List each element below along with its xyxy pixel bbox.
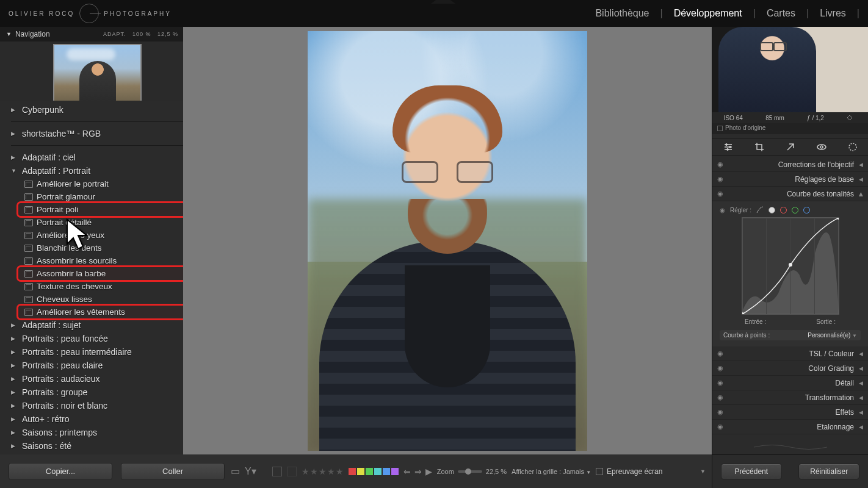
blue-channel-dot[interactable]: [803, 207, 810, 214]
zoom-level-picker[interactable]: ADAPT. 100 % 12,5 %: [103, 31, 178, 37]
svg-point-4: [820, 146, 823, 148]
point-curve-selector[interactable]: Courbe à points : Personnalisé(e) ▼: [720, 330, 861, 340]
masking-icon[interactable]: [848, 142, 858, 152]
develop-right-panel: ISO 64 85 mm ƒ / 1,2 Photo d'origine ◉Co…: [712, 27, 868, 488]
svg-point-0: [725, 144, 727, 146]
paste-settings-button[interactable]: Coller: [121, 463, 225, 480]
toolbar-chevron-icon[interactable]: ▼: [700, 468, 706, 475]
navigator-thumbnail[interactable]: [53, 44, 142, 105]
cursor-pointer: [66, 218, 93, 255]
zoom-value: 22,5 %: [486, 468, 507, 475]
regler-label: Régler :: [730, 207, 751, 214]
red-channel-dot[interactable]: [780, 207, 787, 214]
module-map[interactable]: Cartes: [767, 8, 795, 19]
flag-reject-icon[interactable]: [287, 467, 297, 476]
tone-curve-editor[interactable]: [742, 217, 839, 315]
tone-curve-body: ◉ Régler :: [712, 201, 868, 346]
zoom-label: Zoom: [437, 468, 454, 475]
color-swatch[interactable]: [383, 468, 390, 475]
exif-aperture: ƒ / 1,2: [807, 115, 824, 121]
softproof-toggle[interactable]: Epreuvage écran: [596, 467, 662, 476]
module-picker: Bibliothèque | Développement | Cartes | …: [595, 8, 859, 19]
zoom-slider-group[interactable]: Zoom 22,5 %: [437, 468, 507, 475]
navigator-panel-header[interactable]: ▼ Navigation ADAPT. 100 % 12,5 %: [0, 27, 183, 41]
play-icon[interactable]: ▶: [425, 467, 432, 476]
rgb-channel-dot[interactable]: [769, 207, 775, 214]
right-bottom-bar: Précédent Réinitialiser: [712, 454, 868, 488]
healing-icon[interactable]: [786, 142, 795, 152]
svg-point-5: [849, 143, 856, 151]
canvas-area[interactable]: [183, 27, 712, 454]
detail-section[interactable]: ◉Détail◀: [712, 376, 868, 390]
bottom-toolbar: Copier... Coller ▭ Y▾ ★★★★★ ⇐ ⇒ ▶ Zoom 2…: [0, 454, 712, 488]
clipping-indicator-icon[interactable]: [847, 115, 856, 121]
color-swatch[interactable]: [374, 468, 382, 475]
module-develop[interactable]: Développement: [674, 8, 742, 19]
crop-icon[interactable]: [754, 142, 764, 152]
transform-section[interactable]: ◉Transformation◀: [712, 390, 868, 405]
calibration-section[interactable]: ◉Etalonnage◀: [712, 420, 868, 434]
logo-text-right: PHOTOGRAPHY: [104, 10, 172, 17]
main-photo: [308, 31, 587, 451]
color-label-swatches[interactable]: [349, 468, 399, 475]
original-photo-row[interactable]: Photo d'origine: [712, 123, 868, 134]
curve-input-label: Entrée :: [745, 318, 766, 325]
svg-point-14: [789, 263, 792, 267]
tone-curve-section[interactable]: ◉Courbe des tonalités◀: [712, 187, 868, 201]
svg-point-15: [837, 218, 839, 220]
prev-photo-icon[interactable]: ⇐: [403, 467, 411, 476]
lens-corrections-section[interactable]: ◉Corrections de l'objectif◀: [712, 157, 868, 172]
copy-settings-button[interactable]: Copier...: [9, 463, 112, 480]
logo-mark: [79, 4, 99, 23]
compare-view-icon[interactable]: Y▾: [245, 465, 256, 477]
loupe-view-icon[interactable]: ▭: [231, 465, 240, 477]
parametric-curve-icon[interactable]: [756, 206, 764, 214]
svg-point-13: [742, 312, 744, 314]
histogram-exif-row: ISO 64 85 mm ƒ / 1,2: [712, 112, 868, 123]
flag-pick-icon[interactable]: [272, 467, 282, 476]
panel-end-ornament: [712, 440, 868, 454]
redeye-icon[interactable]: [817, 142, 826, 152]
webcam-overlay: [712, 27, 868, 112]
svg-point-3: [817, 145, 826, 149]
curve-output-label: Sortie :: [816, 318, 836, 325]
svg-point-1: [729, 146, 731, 148]
green-channel-dot[interactable]: [792, 207, 798, 214]
color-grading-section[interactable]: ◉Color Grading◀: [712, 361, 868, 376]
svg-point-2: [726, 149, 728, 151]
channel-selector[interactable]: ◉ Régler :: [720, 206, 861, 214]
previous-button[interactable]: Précédent: [721, 464, 782, 479]
local-adjustment-tools: [712, 138, 868, 156]
color-swatch[interactable]: [349, 468, 356, 475]
grid-overlay-selector[interactable]: Afficher la grille : Jamais ▼: [512, 468, 591, 475]
edit-sliders-icon[interactable]: [723, 142, 733, 152]
chevron-down-icon: ▼: [6, 31, 12, 37]
module-library[interactable]: Bibliothèque: [595, 8, 649, 19]
star-rating[interactable]: ★★★★★: [302, 467, 344, 476]
color-swatch[interactable]: [366, 468, 373, 475]
tsl-section[interactable]: ◉TSL / Couleur◀: [712, 346, 868, 361]
exif-focal: 85 mm: [765, 115, 784, 121]
basic-section[interactable]: ◉Réglages de base◀: [712, 172, 868, 187]
color-swatch[interactable]: [357, 468, 364, 475]
reset-button[interactable]: Réinitialiser: [798, 464, 859, 479]
module-book[interactable]: Livres: [820, 8, 846, 19]
app-header: OLIVIER ROCQ PHOTOGRAPHY Bibliothèque | …: [0, 0, 868, 27]
exif-iso: ISO 64: [724, 115, 743, 121]
navigator-title: Navigation: [15, 30, 50, 38]
effects-section[interactable]: ◉Effets◀: [712, 405, 868, 420]
logo-text-left: OLIVIER ROCQ: [9, 10, 74, 17]
identity-plate: OLIVIER ROCQ PHOTOGRAPHY: [9, 4, 172, 23]
color-swatch[interactable]: [391, 468, 399, 475]
next-photo-icon[interactable]: ⇒: [414, 467, 422, 476]
